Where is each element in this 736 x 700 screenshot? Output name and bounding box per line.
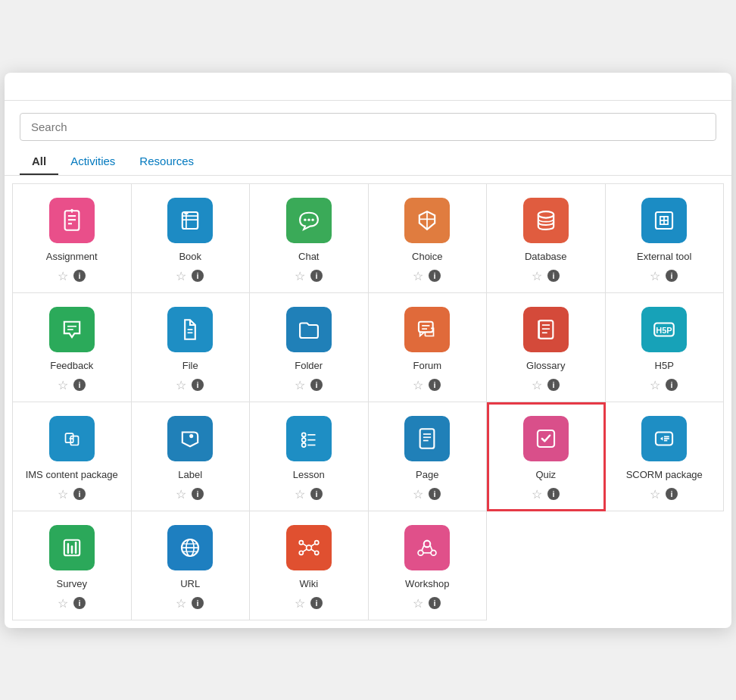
page-info-button[interactable]: i [428, 487, 441, 503]
svg-rect-53 [70, 436, 78, 445]
scorm-info-button[interactable]: i [665, 487, 678, 503]
external_tool-star-button[interactable]: ☆ [650, 270, 660, 283]
scorm-icon [641, 416, 687, 461]
workshop-star-button[interactable]: ☆ [413, 598, 423, 610]
chat-star-button[interactable]: ☆ [295, 270, 305, 283]
folder-actions: ☆i [295, 378, 323, 394]
item-chat[interactable]: Chat☆i [250, 184, 369, 293]
scorm-actions: ☆i [650, 487, 678, 503]
forum-star-button[interactable]: ☆ [413, 380, 423, 392]
item-lesson[interactable]: Lesson☆i [250, 402, 369, 511]
ims-info-button[interactable]: i [73, 487, 86, 503]
database-info-button[interactable]: i [547, 269, 560, 285]
glossary-info-button[interactable]: i [547, 378, 560, 394]
item-book[interactable]: Book☆i [132, 184, 251, 293]
item-workshop[interactable]: Workshop☆i [369, 511, 488, 620]
database-actions: ☆i [532, 269, 560, 285]
ims-star-button[interactable]: ☆ [58, 489, 68, 501]
wiki-info-button[interactable]: i [310, 596, 323, 612]
label-info-button[interactable]: i [191, 487, 204, 503]
item-survey[interactable]: Survey☆i [13, 511, 132, 620]
choice-info-button[interactable]: i [428, 269, 441, 285]
database-star-button[interactable]: ☆ [532, 270, 542, 283]
wiki-label: Wiki [299, 578, 318, 592]
file-star-button[interactable]: ☆ [176, 380, 186, 392]
choice-star-button[interactable]: ☆ [413, 270, 423, 283]
label-star-button[interactable]: ☆ [176, 489, 186, 501]
book-label: Book [179, 251, 201, 264]
feedback-info-button[interactable]: i [73, 378, 86, 394]
survey-info-button[interactable]: i [73, 596, 86, 612]
choice-label: Choice [412, 251, 442, 264]
lesson-info-button[interactable]: i [310, 487, 323, 503]
assignment-info-button[interactable]: i [73, 269, 86, 285]
external_tool-info-button[interactable]: i [665, 269, 678, 285]
item-feedback[interactable]: Feedback☆i [13, 293, 132, 402]
item-assignment[interactable]: Assignment☆i [13, 184, 132, 293]
url-label: URL [180, 578, 200, 592]
database-label: Database [525, 251, 567, 264]
search-area [5, 101, 731, 148]
survey-icon [49, 525, 95, 570]
search-input[interactable] [20, 113, 716, 141]
wiki-star-button[interactable]: ☆ [295, 598, 305, 610]
tab-all[interactable]: All [20, 148, 58, 175]
item-ims[interactable]: IMS content package☆i [13, 402, 132, 511]
item-glossary[interactable]: Glossary☆i [487, 293, 606, 402]
workshop-info-button[interactable]: i [428, 596, 441, 612]
file-info-button[interactable]: i [191, 378, 204, 394]
tab-resources[interactable]: Resources [127, 148, 206, 175]
item-quiz[interactable]: Quiz☆i [487, 402, 606, 511]
svg-text:i: i [552, 271, 554, 280]
item-label[interactable]: Label☆i [132, 402, 251, 511]
svg-text:i: i [434, 489, 436, 498]
item-database[interactable]: Database☆i [487, 184, 606, 293]
h5p-star-button[interactable]: ☆ [650, 380, 660, 392]
item-forum[interactable]: Forum☆i [369, 293, 488, 402]
workshop-icon [404, 525, 450, 570]
feedback-star-button[interactable]: ☆ [58, 380, 68, 392]
svg-point-13 [307, 218, 310, 220]
label-label: Label [178, 469, 202, 483]
item-h5p[interactable]: H5PH5P☆i [606, 293, 725, 402]
chat-info-button[interactable]: i [310, 269, 323, 285]
svg-text:i: i [434, 380, 436, 389]
assignment-star-button[interactable]: ☆ [58, 270, 68, 283]
item-wiki[interactable]: Wiki☆i [250, 511, 369, 620]
survey-star-button[interactable]: ☆ [58, 598, 68, 610]
item-scorm[interactable]: SCORM package☆i [606, 402, 725, 511]
item-url[interactable]: URL☆i [132, 511, 251, 620]
quiz-star-button[interactable]: ☆ [532, 489, 542, 501]
label-icon [167, 416, 213, 461]
tab-activities[interactable]: Activities [58, 148, 127, 175]
glossary-star-button[interactable]: ☆ [532, 380, 542, 392]
ims-icon [49, 416, 95, 461]
book-star-button[interactable]: ☆ [176, 270, 186, 283]
svg-text:i: i [315, 489, 317, 498]
item-external_tool[interactable]: External tool☆i [606, 184, 725, 293]
svg-line-113 [431, 545, 433, 550]
svg-text:i: i [78, 271, 80, 280]
folder-info-button[interactable]: i [310, 378, 323, 394]
svg-point-21 [538, 211, 554, 218]
wiki-icon [286, 525, 332, 570]
page-star-button[interactable]: ☆ [413, 489, 423, 501]
item-folder[interactable]: Folder☆i [250, 293, 369, 402]
item-choice[interactable]: Choice☆i [369, 184, 488, 293]
lesson-star-button[interactable]: ☆ [295, 489, 305, 501]
svg-text:i: i [434, 598, 436, 608]
folder-star-button[interactable]: ☆ [295, 380, 305, 392]
item-file[interactable]: File☆i [132, 293, 251, 402]
close-button[interactable] [704, 86, 713, 89]
item-page[interactable]: Page☆i [369, 402, 488, 511]
quiz-info-button[interactable]: i [547, 487, 560, 503]
scorm-star-button[interactable]: ☆ [650, 489, 660, 501]
url-star-button[interactable]: ☆ [176, 598, 186, 610]
url-info-button[interactable]: i [191, 596, 204, 612]
forum-info-button[interactable]: i [428, 378, 441, 394]
url-icon [167, 525, 213, 570]
book-info-button[interactable]: i [191, 269, 204, 285]
assignment-icon [49, 198, 95, 243]
svg-point-101 [299, 551, 303, 555]
h5p-info-button[interactable]: i [665, 378, 678, 394]
